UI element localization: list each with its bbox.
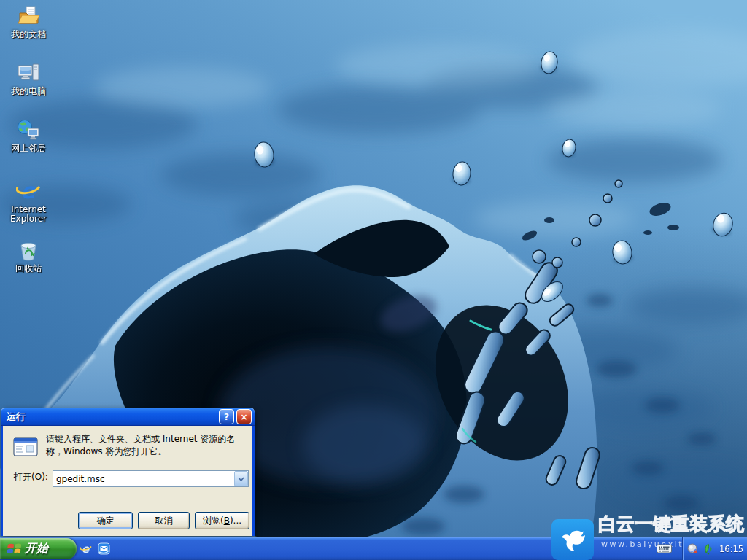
open-label: 打开(O): xyxy=(14,471,53,483)
desktop-icon-recycle-bin[interactable]: 回收站 xyxy=(0,238,57,273)
browse-button[interactable]: 浏览(B)... xyxy=(195,512,249,529)
desktop-icon-label: 我的电脑 xyxy=(11,87,46,96)
run-dialog: 运行 ? × 请键入程序、文件夹、文档或 Internet 资源的名 称，Win… xyxy=(1,408,255,536)
internet-explorer-icon: e xyxy=(80,542,92,555)
desktop-icon-label: 网上邻居 xyxy=(11,144,46,153)
taskbar: 开始 e xyxy=(0,537,747,560)
language-input-indicator[interactable] xyxy=(657,543,672,554)
run-dialog-titlebar[interactable]: 运行 ? × xyxy=(1,408,255,426)
quick-launch-bar: e xyxy=(76,537,110,560)
network-places-icon xyxy=(16,117,41,142)
cancel-button[interactable]: 取消 xyxy=(138,512,190,529)
start-button[interactable]: 开始 xyxy=(0,538,77,559)
desktop-icon-network-places[interactable]: 网上邻居 xyxy=(0,117,57,153)
open-label-row: 打开(O): xyxy=(14,471,53,483)
desktop-icon-my-documents[interactable]: 我的文档 xyxy=(0,4,57,39)
help-button[interactable]: ? xyxy=(219,409,234,424)
desktop-icon-label: Internet Explorer xyxy=(1,205,55,224)
combobox-dropdown-button[interactable] xyxy=(234,471,248,486)
keyboard-icon xyxy=(657,543,672,554)
my-documents-icon xyxy=(16,4,41,28)
run-dialog-message: 请键入程序、文件夹、文档或 Internet 资源的名 称，Windows 将为… xyxy=(46,433,252,458)
outlook-express-icon xyxy=(98,542,110,555)
green-utility-icon[interactable] xyxy=(703,543,714,555)
desktop-icon-internet-explorer[interactable]: e Internet Explorer xyxy=(0,179,57,224)
run-dialog-body: 请键入程序、文件夹、文档或 Internet 资源的名 称，Windows 将为… xyxy=(3,426,252,536)
internet-explorer-quicklaunch[interactable]: e xyxy=(79,542,92,556)
tray-cluster: 16:15 xyxy=(657,537,747,560)
run-command-input[interactable] xyxy=(53,471,234,486)
volume-utility-icon[interactable] xyxy=(687,543,699,555)
windows-flag-icon xyxy=(5,541,21,557)
ok-button[interactable]: 确定 xyxy=(78,512,133,529)
run-program-icon xyxy=(12,436,39,458)
message-line-1: 请键入程序、文件夹、文档或 Internet 资源的名 xyxy=(46,434,235,444)
my-computer-icon xyxy=(16,61,41,85)
close-button[interactable]: × xyxy=(236,409,252,424)
chevron-down-icon xyxy=(238,477,244,481)
internet-explorer-icon: e xyxy=(16,179,41,203)
recycle-bin-icon xyxy=(16,238,41,262)
run-dialog-title: 运行 xyxy=(7,411,217,424)
run-command-combobox xyxy=(53,470,249,487)
outlook-express-quicklaunch[interactable] xyxy=(97,542,110,556)
dialog-button-row: 确定 取消 浏览(B)... xyxy=(3,512,252,529)
desktop-icon-label: 回收站 xyxy=(15,264,42,273)
desktop-icon-label: 我的文档 xyxy=(11,30,46,39)
message-line-2: 称，Windows 将为您打开它。 xyxy=(46,446,166,456)
taskbar-clock[interactable]: 16:15 xyxy=(719,544,743,554)
system-tray: 16:15 xyxy=(682,537,747,560)
desktop-icon-my-computer[interactable]: 我的电脑 xyxy=(0,61,57,96)
start-button-label: 开始 xyxy=(25,541,55,556)
desktop: 我的文档 我的电脑 xyxy=(0,0,747,560)
